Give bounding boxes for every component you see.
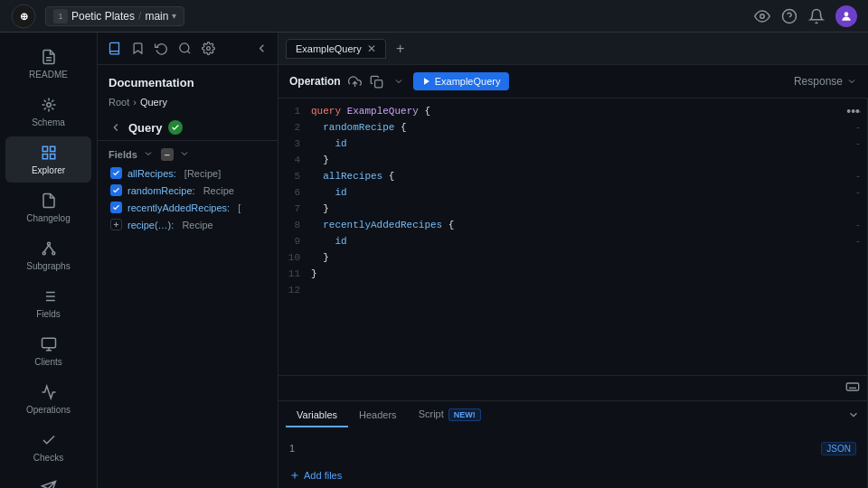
- line-num-7: 7: [278, 203, 311, 214]
- field-name-recipe: recipe(…):: [127, 220, 174, 230]
- doc-toolbar-bookmark-icon[interactable]: [130, 42, 145, 56]
- code-line-8: 8 recentlyAddedRecipes { -: [278, 220, 867, 236]
- breadcrumb-root: Root: [108, 97, 129, 108]
- line-content-5: allRecipes {: [311, 171, 849, 182]
- operation-title: Operation: [289, 75, 341, 88]
- doc-toolbar-book-icon[interactable]: [107, 42, 121, 56]
- field-checkbox-randomrecipe[interactable]: [110, 184, 122, 196]
- line-content-9: id: [311, 236, 849, 247]
- tab-script[interactable]: Script NEW!: [408, 403, 492, 428]
- tab-label: ExampleQuery: [296, 43, 362, 54]
- line-dash-5[interactable]: -: [849, 171, 867, 182]
- sidebar-item-clients[interactable]: Clients: [5, 328, 91, 374]
- doc-toolbar-history-icon[interactable]: [154, 42, 168, 56]
- code-line-3: 3 id -: [278, 138, 867, 155]
- operations-icon: [40, 383, 58, 401]
- field-checkbox-recipe[interactable]: [110, 219, 122, 230]
- tab-headers[interactable]: Headers: [348, 404, 408, 427]
- code-line-12: 12: [278, 285, 867, 301]
- svg-point-2: [760, 14, 765, 18]
- code-line-6: 6 id -: [278, 187, 867, 203]
- field-item-recipe[interactable]: recipe(…): Recipe: [98, 216, 278, 233]
- doc-toolbar-search-icon[interactable]: [177, 42, 192, 56]
- sidebar-item-explorer[interactable]: Explorer: [5, 136, 91, 183]
- sidebar-item-checks[interactable]: Checks: [5, 424, 91, 470]
- doc-panel: Documentation Root › Query Query: [98, 33, 278, 488]
- bell-icon[interactable]: [808, 8, 825, 24]
- field-item-allrecipes[interactable]: allRecipes: [Recipe]: [98, 164, 278, 182]
- response-area[interactable]: Response: [794, 75, 857, 88]
- tab-script-badge: NEW!: [448, 408, 481, 421]
- op-chevron-down-icon[interactable]: [392, 74, 406, 89]
- field-checkbox-allrecipes[interactable]: [110, 167, 122, 179]
- tab-variables[interactable]: Variables: [286, 404, 348, 427]
- svg-point-5: [844, 12, 849, 16]
- bottom-tabs: Variables Headers Script NEW!: [278, 400, 867, 488]
- svg-text:⊕: ⊕: [20, 11, 28, 22]
- field-item-randomrecipe[interactable]: randomRecipe: Recipe: [98, 182, 278, 199]
- breadcrumb[interactable]: 1 Poetic Plates / main ▾: [45, 6, 184, 26]
- code-editor[interactable]: 1 query ExampleQuery { ⋯ 2 randomRecipe …: [278, 99, 867, 375]
- doc-title: Documentation: [98, 65, 278, 97]
- field-type-recentlyadded: [: [235, 202, 241, 213]
- code-options-button[interactable]: •••: [846, 104, 860, 118]
- fields-minus-icon[interactable]: –: [161, 148, 174, 161]
- subgraphs-icon: [40, 239, 58, 258]
- breadcrumb-page: Query: [140, 97, 167, 108]
- sidebar-item-schema[interactable]: Schema: [5, 89, 91, 135]
- sidebar-item-changelog-label: Changelog: [26, 213, 70, 223]
- line-content-7: }: [311, 203, 849, 214]
- sidebar-item-fields[interactable]: Fields: [5, 280, 91, 326]
- editor-main: 1 query ExampleQuery { ⋯ 2 randomRecipe …: [278, 99, 868, 488]
- tab-script-label: Script: [419, 408, 444, 419]
- op-copy-icon[interactable]: [370, 74, 384, 89]
- run-button[interactable]: ExampleQuery: [413, 72, 510, 90]
- bottom-panel-collapse-icon[interactable]: [847, 408, 860, 424]
- schema-icon: [40, 96, 58, 114]
- op-copy-dropdown[interactable]: [392, 74, 406, 89]
- line-dash-9[interactable]: -: [849, 236, 867, 247]
- line-dash-6[interactable]: -: [849, 187, 867, 198]
- sidebar-item-subgraphs[interactable]: Subgraphs: [5, 232, 91, 278]
- svg-rect-24: [42, 338, 55, 348]
- bottom-line-num: 1: [289, 443, 295, 454]
- code-line-9: 9 id -: [278, 236, 867, 252]
- svg-point-8: [46, 103, 51, 108]
- keyboard-icon[interactable]: [845, 380, 860, 397]
- apollo-logo-area: ⊕: [11, 4, 36, 29]
- field-checkbox-recentlyadded[interactable]: [110, 202, 122, 213]
- tab-close-icon[interactable]: ✕: [367, 43, 376, 54]
- sidebar-item-changelog[interactable]: Changelog: [5, 184, 91, 230]
- sidebar-item-launches[interactable]: Launches: [5, 472, 91, 488]
- line-dash-2[interactable]: -: [849, 122, 867, 133]
- line-num-9: 9: [278, 236, 311, 247]
- op-upload-icon[interactable]: [348, 74, 363, 89]
- tab-variables-label: Variables: [297, 409, 337, 420]
- field-item-recentlyadded[interactable]: recentlyAddedRecipes: [: [98, 199, 278, 216]
- line-dash-3[interactable]: -: [849, 138, 867, 149]
- sidebar-item-operations[interactable]: Operations: [5, 376, 91, 422]
- launches-icon: [40, 479, 58, 488]
- main-layout: README Schema Explorer: [0, 33, 868, 488]
- avatar[interactable]: [835, 5, 857, 27]
- sidebar-item-readme[interactable]: README: [5, 41, 91, 87]
- line-dash-8[interactable]: -: [849, 220, 867, 230]
- doc-toolbar-chevron-left-icon[interactable]: [254, 42, 269, 56]
- eye-icon[interactable]: [754, 8, 770, 24]
- fields-chevron-icon[interactable]: [179, 148, 192, 161]
- doc-query-title: Query: [128, 121, 163, 135]
- help-icon[interactable]: [781, 8, 797, 24]
- fields-sort-down-icon[interactable]: [143, 148, 156, 161]
- add-files-button[interactable]: Add files: [278, 466, 867, 488]
- svg-marker-35: [424, 78, 429, 85]
- svg-line-17: [49, 245, 53, 252]
- add-files-label: Add files: [304, 470, 342, 481]
- line-num-12: 12: [278, 285, 311, 296]
- tab-add-button[interactable]: +: [390, 38, 411, 60]
- tab-examplequery[interactable]: ExampleQuery ✕: [286, 39, 386, 59]
- doc-toolbar-gear-icon[interactable]: [201, 42, 215, 56]
- bottom-tab-bar: Variables Headers Script NEW!: [278, 401, 867, 430]
- back-button[interactable]: [108, 120, 123, 135]
- line-num-2: 2: [278, 122, 311, 133]
- clients-icon: [40, 335, 58, 353]
